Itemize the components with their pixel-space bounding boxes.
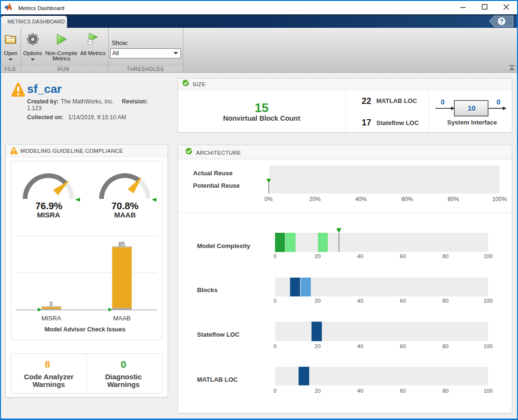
svg-text:Revision:: Revision:: [122, 98, 148, 105]
svg-text:Actual Reuse: Actual Reuse: [193, 170, 232, 177]
svg-text:80: 80: [442, 343, 449, 349]
svg-text:100: 100: [484, 298, 493, 304]
svg-text:THRESHOLDS: THRESHOLDS: [127, 67, 164, 72]
svg-text:MODELING GUIDELINE COMPLIANCE: MODELING GUIDELINE COMPLIANCE: [21, 148, 123, 154]
svg-text:Open: Open: [4, 50, 17, 56]
svg-text:40: 40: [357, 388, 363, 394]
svg-text:20: 20: [315, 298, 321, 304]
svg-text:1.123: 1.123: [27, 105, 42, 112]
svg-text:20: 20: [315, 388, 321, 394]
svg-text:60: 60: [400, 253, 406, 259]
svg-text:MAAB: MAAB: [114, 211, 136, 219]
svg-text:60: 60: [400, 343, 406, 349]
svg-text:10: 10: [468, 104, 476, 112]
svg-text:?: ?: [500, 18, 504, 25]
svg-text:100: 100: [484, 253, 493, 259]
svg-text:40: 40: [357, 253, 363, 259]
svg-text:All Metrics: All Metrics: [80, 50, 106, 56]
svg-text:Potential Reuse: Potential Reuse: [193, 182, 240, 189]
svg-text:22: 22: [361, 96, 371, 106]
svg-text:ARCHITECTURE: ARCHITECTURE: [196, 150, 241, 156]
svg-text:METRICS DASHBOARD: METRICS DASHBOARD: [8, 19, 65, 24]
svg-text:Nonvirtual Block Count: Nonvirtual Block Count: [223, 114, 300, 122]
svg-text:17: 17: [361, 118, 371, 127]
svg-text:100: 100: [484, 343, 493, 349]
svg-text:Model Complexity: Model Complexity: [197, 242, 251, 250]
svg-text:40%: 40%: [355, 196, 367, 203]
svg-text:20%: 20%: [309, 196, 321, 203]
svg-text:76.9%: 76.9%: [35, 201, 63, 211]
svg-text:1/14/2019, 9:15:10 AM: 1/14/2019, 9:15:10 AM: [68, 114, 126, 121]
svg-text:Stateflow LOC: Stateflow LOC: [376, 119, 419, 126]
svg-text:0: 0: [496, 98, 500, 106]
svg-text:Warnings: Warnings: [33, 380, 65, 388]
svg-text:0: 0: [440, 98, 444, 106]
svg-text:60: 60: [400, 388, 406, 394]
svg-text:The MathWorks, Inc.: The MathWorks, Inc.: [61, 98, 113, 105]
svg-text:Collected on:: Collected on:: [27, 114, 64, 121]
svg-text:Blocks: Blocks: [197, 286, 218, 294]
svg-text:0: 0: [273, 388, 276, 394]
svg-text:MISRA: MISRA: [37, 211, 60, 219]
svg-text:85: 85: [119, 241, 125, 248]
svg-text:20: 20: [315, 253, 321, 259]
svg-text:RUN: RUN: [57, 67, 69, 72]
svg-text:Metrics: Metrics: [53, 56, 70, 61]
svg-text:80: 80: [442, 298, 449, 304]
svg-text:40: 40: [357, 343, 363, 349]
svg-text:SIZE: SIZE: [192, 81, 206, 87]
svg-text:8: 8: [45, 359, 50, 370]
svg-text:20: 20: [315, 343, 321, 349]
svg-text:80: 80: [442, 253, 449, 259]
svg-text:80%: 80%: [448, 196, 459, 203]
svg-text:70.8%: 70.8%: [112, 201, 139, 211]
svg-text:MISRA: MISRA: [41, 315, 61, 322]
svg-text:Created by:: Created by:: [27, 98, 59, 105]
svg-text:Metrics Dashboard: Metrics Dashboard: [18, 5, 65, 11]
svg-text:FILE: FILE: [4, 67, 16, 72]
svg-text:Stateflow LOC: Stateflow LOC: [197, 331, 240, 338]
svg-text:60: 60: [400, 298, 406, 304]
svg-text:40: 40: [357, 298, 363, 304]
svg-text:Code Analyzer: Code Analyzer: [24, 373, 74, 381]
svg-text:MAAB: MAAB: [113, 315, 131, 322]
svg-text:0: 0: [121, 359, 126, 370]
svg-text:All: All: [113, 50, 119, 57]
svg-text:100%: 100%: [492, 196, 507, 203]
svg-text:Warnings: Warnings: [107, 380, 140, 388]
svg-text:0: 0: [273, 253, 276, 259]
svg-text:Show:: Show:: [112, 40, 129, 46]
svg-text:100: 100: [484, 388, 493, 394]
svg-text:0%: 0%: [264, 196, 273, 203]
svg-text:MATLAB LOC: MATLAB LOC: [197, 376, 238, 383]
svg-text:0: 0: [273, 343, 276, 349]
svg-text:3: 3: [49, 301, 53, 307]
svg-text:Diagnostic: Diagnostic: [105, 373, 142, 381]
svg-text:15: 15: [255, 101, 269, 115]
svg-text:Non-Compile: Non-Compile: [45, 50, 78, 56]
svg-text:sf_car: sf_car: [27, 82, 62, 95]
svg-text:MATLAB LOC: MATLAB LOC: [376, 97, 417, 104]
svg-text:Model Advisor Check Issues: Model Advisor Check Issues: [45, 326, 125, 333]
svg-text:System Interface: System Interface: [447, 119, 497, 126]
svg-text:60%: 60%: [401, 196, 413, 203]
svg-text:80: 80: [442, 388, 449, 394]
svg-text:0: 0: [273, 298, 276, 304]
svg-text:Options: Options: [23, 50, 43, 56]
